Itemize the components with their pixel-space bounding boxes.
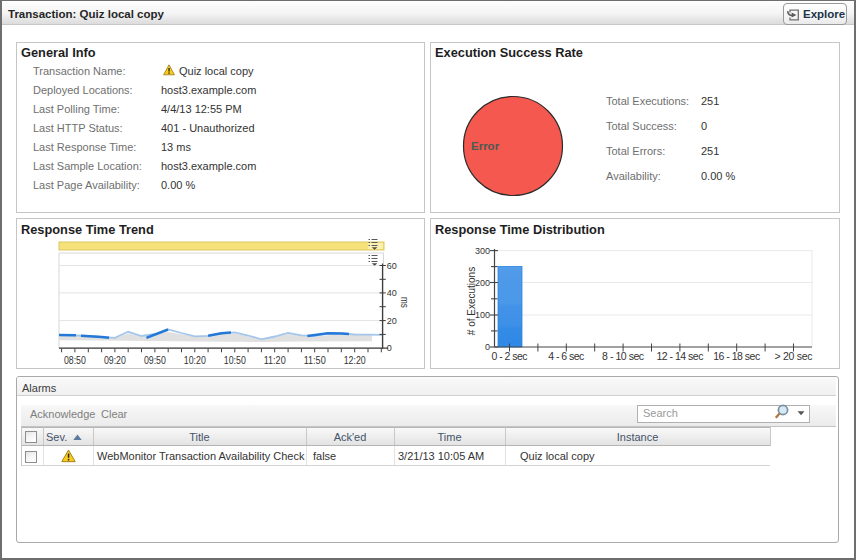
svg-text:# of Executions: # of Executions (466, 267, 477, 335)
svg-text:Error: Error (471, 140, 500, 152)
svg-text:0: 0 (485, 342, 490, 352)
svg-text:11:20: 11:20 (264, 355, 286, 366)
svg-text:100: 100 (475, 310, 490, 320)
svg-text:ms: ms (399, 297, 410, 308)
svg-text:09:50: 09:50 (144, 355, 166, 366)
svg-text:4 - 6 sec: 4 - 6 sec (548, 350, 584, 362)
svg-text:0: 0 (387, 343, 392, 353)
svg-text:> 20 sec: > 20 sec (775, 350, 813, 362)
svg-text:10:50: 10:50 (224, 355, 246, 366)
svg-text:11:50: 11:50 (304, 355, 326, 366)
svg-text:09:20: 09:20 (104, 355, 126, 366)
svg-text:60: 60 (387, 261, 397, 271)
svg-text:12 - 14 sec: 12 - 14 sec (656, 350, 703, 362)
svg-text:20: 20 (387, 316, 397, 326)
svg-text:0 - 2 sec: 0 - 2 sec (492, 350, 528, 362)
svg-text:12:20: 12:20 (344, 355, 366, 366)
svg-text:10:20: 10:20 (184, 355, 206, 366)
svg-text:08:50: 08:50 (64, 355, 86, 366)
svg-text:16 - 18 sec: 16 - 18 sec (713, 350, 760, 362)
svg-text:40: 40 (387, 288, 397, 298)
svg-text:200: 200 (475, 278, 490, 288)
svg-text:8 - 10 sec: 8 - 10 sec (602, 350, 644, 362)
svg-text:300: 300 (475, 246, 490, 256)
